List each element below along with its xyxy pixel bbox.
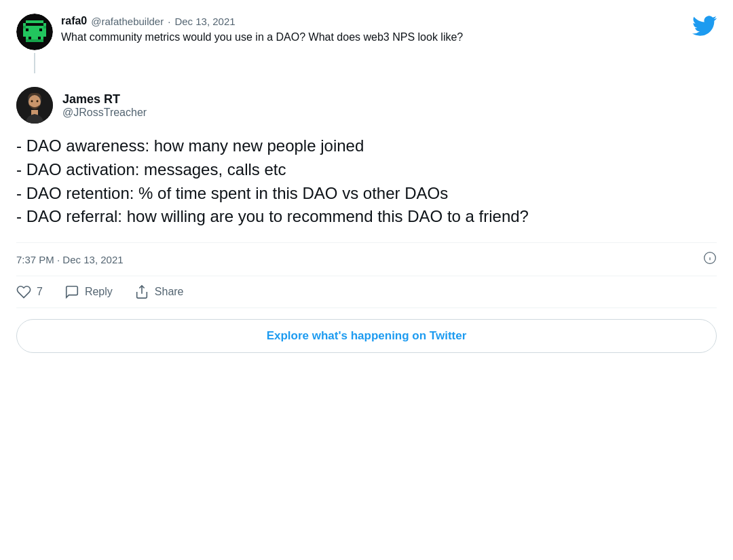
reply-action[interactable]: Reply: [64, 284, 113, 299]
rafa-display-name: rafa0: [61, 15, 87, 27]
svg-rect-15: [23, 31, 26, 34]
original-tweet-header: rafa0 @rafathebuilder · Dec 13, 2021: [61, 15, 717, 27]
main-tweet: James RT @JRossTreacher - DAO awareness:…: [16, 76, 717, 364]
svg-rect-12: [37, 29, 39, 31]
share-label: Share: [155, 286, 184, 298]
share-action[interactable]: Share: [134, 284, 184, 299]
original-tweet: rafa0 @rafathebuilder · Dec 13, 2021 Wha…: [16, 14, 717, 73]
thread-line: [34, 53, 35, 73]
svg-rect-2: [23, 23, 26, 26]
info-icon: [703, 251, 717, 267]
james-display-name: James RT: [62, 92, 147, 107]
james-username: @JRossTreacher: [62, 107, 147, 119]
tweet-body: - DAO awareness: how many new people joi…: [16, 134, 717, 229]
svg-rect-3: [43, 23, 46, 26]
svg-rect-16: [26, 31, 43, 34]
explore-section: Explore what's happening on Twitter: [16, 308, 717, 364]
like-count: 7: [37, 286, 43, 298]
tweet-line-2: - DAO activation: messages, calls etc: [16, 160, 286, 179]
svg-rect-11: [34, 29, 37, 31]
svg-rect-7: [23, 29, 26, 31]
actions-row: 7 Reply Share: [16, 276, 717, 308]
main-tweet-author: James RT @JRossTreacher: [16, 87, 717, 124]
svg-rect-10: [31, 29, 34, 31]
svg-rect-9: [29, 29, 31, 31]
tweet-timestamp: 7:37 PM · Dec 13, 2021: [16, 254, 124, 265]
svg-point-27: [31, 100, 33, 102]
original-avatar-wrap: [16, 14, 53, 73]
tweet-line-3: - DAO retention: % of time spent in this…: [16, 184, 448, 202]
svg-rect-8: [26, 29, 29, 31]
svg-rect-18: [23, 34, 46, 37]
explore-button[interactable]: Explore what's happening on Twitter: [16, 319, 717, 353]
rafa-avatar: [16, 14, 53, 50]
dot-separator: ·: [168, 16, 170, 27]
original-tweet-content: rafa0 @rafathebuilder · Dec 13, 2021 Wha…: [61, 14, 717, 45]
author-info: James RT @JRossTreacher: [62, 92, 147, 119]
twitter-logo: [692, 14, 717, 41]
svg-rect-17: [43, 31, 46, 34]
original-tweet-text: What community metrics would you use in …: [61, 30, 717, 45]
timestamp-row: 7:37 PM · Dec 13, 2021: [16, 242, 717, 276]
svg-rect-21: [41, 37, 43, 39]
svg-rect-19: [26, 37, 29, 39]
svg-rect-20: [31, 37, 38, 39]
tweet-line-4: - DAO referral: how willing are you to r…: [16, 207, 529, 225]
svg-rect-5: [26, 26, 43, 29]
original-tweet-date: Dec 13, 2021: [174, 16, 235, 27]
rafa-username: @rafathebuilder: [91, 16, 164, 27]
tweet-line-1: - DAO awareness: how many new people joi…: [16, 136, 364, 155]
svg-rect-1: [26, 20, 43, 23]
svg-rect-14: [42, 29, 46, 31]
james-avatar: [16, 87, 53, 124]
svg-rect-13: [39, 29, 42, 31]
svg-rect-4: [23, 26, 26, 29]
svg-rect-6: [43, 26, 46, 29]
like-action[interactable]: 7: [16, 284, 43, 299]
svg-rect-22: [26, 39, 43, 42]
reply-label: Reply: [85, 286, 113, 298]
svg-point-28: [37, 100, 39, 102]
